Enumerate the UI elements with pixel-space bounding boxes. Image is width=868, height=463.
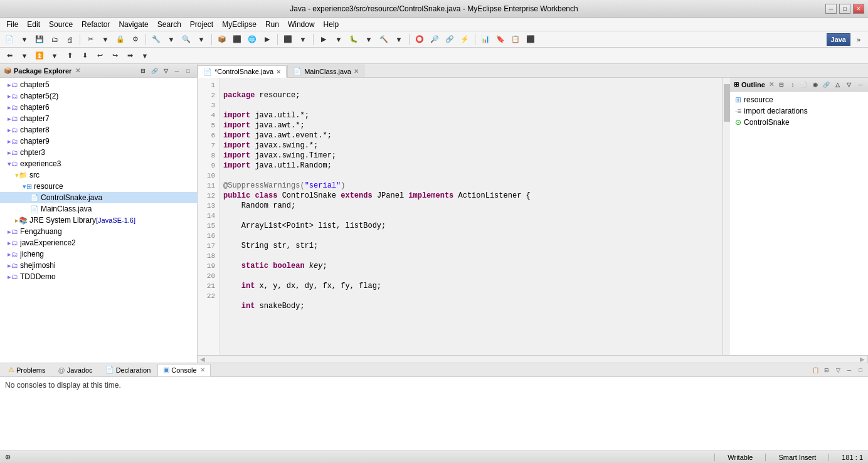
outline-resource[interactable]: ⊞ resource <box>733 94 865 105</box>
toolbar-btn-16[interactable]: ▶ <box>260 33 274 46</box>
vertical-scrollbar[interactable] <box>722 78 730 355</box>
toolbar-btn-23[interactable]: 🔨 <box>377 33 391 46</box>
toolbar-s2[interactable]: ▼ <box>18 50 31 62</box>
tree-item-fengzhuang[interactable]: ▸🗂 Fengzhuang <box>0 226 197 237</box>
tree-item-chapter8[interactable]: ▸🗂 chapter8 <box>0 124 197 136</box>
toolbar-btn-17[interactable]: ⬛ <box>281 33 295 46</box>
tab-console[interactable]: ▣ Console ✕ <box>157 364 210 376</box>
tree-item-resource[interactable]: ▾⊞ resource <box>0 181 197 192</box>
toolbar-btn-6[interactable]: ▼ <box>98 33 112 46</box>
toolbar-btn-30[interactable]: 🔖 <box>494 33 507 46</box>
tree-item-chapter7[interactable]: ▸🗂 chapter7 <box>0 113 197 124</box>
toolbar-btn-31[interactable]: 📋 <box>509 33 522 46</box>
tree-item-chapter5[interactable]: ▸🗂 chapter5 <box>0 79 197 90</box>
horizontal-scrollbar[interactable]: ◀ ▶ <box>198 355 868 363</box>
maximize-button[interactable]: □ <box>839 4 850 14</box>
console-icon-1[interactable]: 📋 <box>810 366 820 375</box>
menu-refactor[interactable]: Refactor <box>78 19 114 30</box>
code-editor[interactable]: 12345678910111213141516171819202122 pack… <box>198 78 730 355</box>
tab-problems[interactable]: ⚠ Problems <box>3 364 51 376</box>
tree-item-javaexperience2[interactable]: ▸🗂 javaExperience2 <box>0 237 197 248</box>
new-button[interactable]: 📄 <box>3 33 16 46</box>
outline-icon-4[interactable]: ◉ <box>810 80 820 89</box>
outline-imports[interactable]: ·≡ import declarations <box>733 105 865 117</box>
menu-window[interactable]: Window <box>284 19 319 30</box>
outline-icon-2[interactable]: ↕ <box>788 80 798 89</box>
console-icon-2[interactable]: ⊟ <box>822 366 832 375</box>
toolbar-btn-13[interactable]: 📦 <box>215 33 229 46</box>
toolbar-s5[interactable]: ⬆ <box>63 50 77 62</box>
menu-project[interactable]: Project <box>186 19 217 30</box>
tree-item-controlsnake[interactable]: 📄 ControlSnake.java <box>0 192 197 203</box>
toolbar-btn-26[interactable]: 🔎 <box>428 33 442 46</box>
code-area[interactable]: package resource; import java.util.*; im… <box>220 78 722 355</box>
tab-close-mainclass[interactable]: ✕ <box>354 68 359 75</box>
tree-item-experience3[interactable]: ▾🗂 experience3 <box>0 158 197 169</box>
minimize-button[interactable]: ─ <box>825 4 837 14</box>
link-icon[interactable]: 🔗 <box>149 67 159 75</box>
print-button[interactable]: 🖨 <box>63 33 77 46</box>
toolbar-btn-20[interactable]: ▼ <box>332 33 346 46</box>
maximize-panel-icon[interactable]: □ <box>183 67 193 75</box>
toolbar-btn-22[interactable]: ▼ <box>362 33 376 46</box>
menu-myeclipse[interactable]: MyEclipse <box>218 19 260 30</box>
view-menu-icon[interactable]: ▽ <box>161 67 171 75</box>
toolbar-s4[interactable]: ▼ <box>48 50 61 62</box>
java-perspective-button[interactable]: Java <box>827 33 850 46</box>
toolbar-btn-7[interactable]: 🔒 <box>114 33 127 46</box>
tree-item-chapter5-2[interactable]: ▸🗂 chapter5(2) <box>0 90 197 102</box>
outline-icon-5[interactable]: 🔗 <box>822 80 832 89</box>
perspective-more[interactable]: » <box>852 33 865 46</box>
tab-mainclass[interactable]: 📄 MainClass.java ✕ <box>287 65 364 77</box>
save-all-button[interactable]: 🗂 <box>48 33 61 46</box>
tree-item-tdddemo[interactable]: ▸🗂 TDDDemo <box>0 271 197 282</box>
toolbar-btn-2[interactable]: ▼ <box>18 33 31 46</box>
tab-controlsnake[interactable]: 📄 *ControlSnake.java ✕ <box>198 65 287 78</box>
menu-navigate[interactable]: Navigate <box>115 19 152 30</box>
console-icon-3[interactable]: ▽ <box>833 366 843 375</box>
toolbar-s7[interactable]: ↩ <box>93 50 107 62</box>
menu-source[interactable]: Source <box>45 19 77 30</box>
toolbar-btn-12[interactable]: ▼ <box>194 33 208 46</box>
outline-controlsnake[interactable]: ⊙ ControlSnake <box>733 117 865 128</box>
outline-icon-3[interactable]: ⚪ <box>799 80 809 89</box>
toolbar-btn-28[interactable]: ⚡ <box>458 33 472 46</box>
tree-item-shejimoshi[interactable]: ▸🗂 shejimoshi <box>0 260 197 271</box>
toolbar-btn-9[interactable]: 🔧 <box>149 33 163 46</box>
toolbar-btn-8[interactable]: ⚙ <box>129 33 142 46</box>
tree-item-jre[interactable]: ▸📚 JRE System Library [JavaSE-1.6] <box>0 215 197 226</box>
outline-minimize[interactable]: ─ <box>855 80 865 89</box>
outline-icon-1[interactable]: ⊟ <box>776 80 786 89</box>
tree-item-chpter3[interactable]: ▸🗂 chpter3 <box>0 147 197 158</box>
menu-edit[interactable]: Edit <box>23 19 44 30</box>
toolbar-btn-10[interactable]: ▼ <box>164 33 178 46</box>
minimize-panel-icon[interactable]: ─ <box>172 67 182 75</box>
tree-item-jicheng[interactable]: ▸🗂 jicheng <box>0 248 197 260</box>
toolbar-s10[interactable]: ▼ <box>138 50 152 62</box>
toolbar-btn-15[interactable]: 🌐 <box>245 33 259 46</box>
collapse-all-icon[interactable]: ⊟ <box>138 67 148 75</box>
toolbar-s8[interactable]: ↪ <box>108 50 122 62</box>
menu-help[interactable]: Help <box>320 19 343 30</box>
toolbar-btn-14[interactable]: ⬛ <box>230 33 244 46</box>
back-button[interactable]: ⬅ <box>3 50 16 62</box>
tab-close-controlsnake[interactable]: ✕ <box>276 68 281 75</box>
tree-item-chapter9[interactable]: ▸🗂 chapter9 <box>0 136 197 147</box>
outline-icon-7[interactable]: ▽ <box>844 80 854 89</box>
console-maximize[interactable]: □ <box>855 366 865 375</box>
toolbar-btn-5[interactable]: ✂ <box>83 33 97 46</box>
toolbar-btn-27[interactable]: 🔗 <box>443 33 457 46</box>
close-button[interactable]: ✕ <box>853 4 864 14</box>
forward-button[interactable]: ⏫ <box>33 50 46 62</box>
tree-item-mainclass[interactable]: 📄 MainClass.java <box>0 203 197 215</box>
outline-icon-6[interactable]: △ <box>833 80 843 89</box>
toolbar-btn-11[interactable]: 🔍 <box>179 33 193 46</box>
console-minimize[interactable]: ─ <box>844 366 854 375</box>
console-close[interactable]: ✕ <box>200 366 205 373</box>
run-button[interactable]: ▶ <box>317 33 331 46</box>
toolbar-s9[interactable]: ➡ <box>123 50 137 62</box>
tab-javadoc[interactable]: @ Javadoc <box>52 364 98 376</box>
tree-item-chapter6[interactable]: ▸🗂 chapter6 <box>0 102 197 113</box>
menu-search[interactable]: Search <box>154 19 185 30</box>
toolbar-btn-24[interactable]: ▼ <box>392 33 406 46</box>
